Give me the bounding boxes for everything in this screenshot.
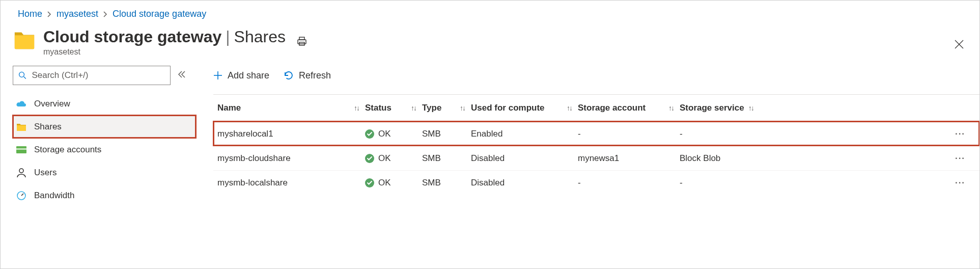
cell-compute: Disabled [471,178,578,188]
refresh-button[interactable]: Refresh [284,70,331,81]
sidebar-item-overview[interactable]: Overview [13,92,196,115]
sort-icon: ↑↓ [354,104,359,112]
chevron-right-icon [47,11,51,17]
user-icon [16,167,27,178]
sidebar-item-label: Users [34,168,57,178]
svg-point-9 [19,169,23,173]
sidebar: Overview Shares Storage accounts [13,66,196,207]
breadcrumb-current[interactable]: Cloud storage gateway [113,9,206,19]
cell-service: - [680,129,945,139]
sort-icon: ↑↓ [668,104,674,112]
sidebar-item-bandwidth[interactable]: Bandwidth [13,184,196,207]
row-actions-button[interactable]: ··· [945,129,975,139]
plus-icon [213,71,222,80]
cell-status: OK [365,153,422,164]
column-header-compute[interactable]: Used for compute↑↓ [471,103,578,113]
sort-icon: ↑↓ [460,104,465,112]
sidebar-item-label: Storage accounts [34,145,101,155]
column-header-type[interactable]: Type↑↓ [422,103,471,113]
table-row[interactable]: mysmb-cloudshare OK SMB Disabled mynewsa… [213,146,979,170]
sidebar-item-shares[interactable]: Shares [13,115,196,138]
cloud-icon [16,98,27,110]
cell-service: Block Blob [680,153,945,164]
collapse-sidebar-button[interactable] [178,71,186,80]
cell-compute: Enabled [471,129,578,139]
cell-account: - [578,129,680,139]
cell-status: OK [365,178,422,188]
column-header-status[interactable]: Status↑↓ [365,103,422,113]
shares-table: Name↑↓ Status↑↓ Type↑↓ Used for compute↑… [213,95,979,195]
row-actions-button[interactable]: ··· [945,178,975,188]
column-header-name[interactable]: Name↑↓ [217,103,365,113]
sidebar-item-label: Overview [34,99,70,109]
search-icon [18,71,26,80]
status-ok-icon [365,178,374,187]
status-ok-icon [365,129,374,139]
gauge-icon [16,190,27,201]
breadcrumb: Home myasetest Cloud storage gateway [1,1,979,23]
chevron-right-icon [103,11,107,17]
cell-account: mynewsa1 [578,153,680,164]
status-ok-icon [365,154,374,163]
page-title: Cloud storage gateway | Shares [43,28,286,46]
sidebar-item-storage-accounts[interactable]: Storage accounts [13,138,196,161]
cell-compute: Disabled [471,153,578,164]
cell-type: SMB [422,153,471,164]
refresh-icon [284,70,294,80]
cell-account: - [578,178,680,188]
cell-name: mysmb-cloudshare [217,153,365,164]
cell-status: OK [365,129,422,139]
close-button[interactable] [954,39,964,51]
sort-icon: ↑↓ [567,104,572,112]
breadcrumb-resource[interactable]: myasetest [57,9,98,19]
sort-icon: ↑↓ [411,104,416,112]
search-input-wrapper[interactable] [13,66,171,85]
folder-icon [16,121,27,132]
sort-icon: ↑↓ [748,104,753,112]
sidebar-item-label: Bandwidth [34,191,74,201]
svg-line-6 [24,76,26,78]
column-header-account[interactable]: Storage account↑↓ [578,103,680,113]
svg-point-5 [19,72,24,77]
page-subtitle: myasetest [43,47,286,57]
search-input[interactable] [31,70,165,81]
sidebar-item-label: Shares [34,122,62,132]
svg-rect-8 [16,148,26,150]
folder-icon [13,28,36,51]
cell-type: SMB [422,129,471,139]
storage-icon [16,144,27,155]
cell-name: mysmb-localshare [217,178,365,188]
cell-type: SMB [422,178,471,188]
print-button[interactable] [297,36,307,48]
table-row[interactable]: mysmb-localshare OK SMB Disabled - - ··· [213,170,979,195]
sidebar-item-users[interactable]: Users [13,161,196,184]
table-row[interactable]: mysharelocal1 OK SMB Enabled - - ··· [213,121,979,146]
column-header-service[interactable]: Storage service↑↓ [680,103,945,113]
cell-name: mysharelocal1 [217,129,365,139]
cell-service: - [680,178,945,188]
row-actions-button[interactable]: ··· [945,153,975,164]
breadcrumb-home[interactable]: Home [18,9,42,19]
add-share-button[interactable]: Add share [213,70,269,81]
svg-rect-0 [299,37,304,40]
